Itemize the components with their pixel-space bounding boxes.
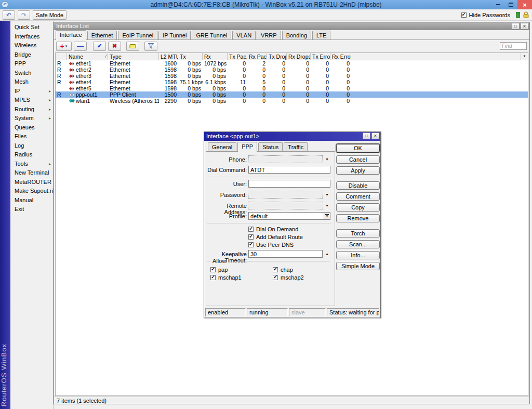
- tab-bonding[interactable]: Bonding: [282, 31, 311, 39]
- tab-eoip-tunnel[interactable]: EoIP Tunnel: [118, 31, 157, 39]
- column-header-tx-errors[interactable]: Tx Errors: [311, 53, 330, 60]
- maximize-button[interactable]: [504, 0, 517, 9]
- allow-mschap2[interactable]: mschap2: [273, 274, 304, 281]
- scan-button[interactable]: Scan...: [336, 240, 380, 248]
- remote-address-dropdown-icon[interactable]: ▼: [325, 204, 329, 207]
- mschap2-checkbox[interactable]: [273, 275, 278, 280]
- interface-list-close-button[interactable]: ×: [521, 23, 528, 30]
- user-input[interactable]: [248, 180, 330, 188]
- tab-ethernet[interactable]: Ethernet: [87, 31, 117, 39]
- disable-button[interactable]: Disable: [336, 181, 380, 190]
- disable-button[interactable]: ✖: [108, 42, 121, 51]
- table-row-ppp-out1[interactable]: Rppp-out1PPP Client15000 bps0 bps000000: [56, 91, 528, 98]
- column-header-rx-errors[interactable]: Rx Errors: [330, 53, 351, 60]
- table-row-ether3[interactable]: Rether3Ethernet15980 bps0 bps000000: [56, 73, 528, 79]
- dialog-titlebar[interactable]: Interface <ppp-out1> □ ×: [204, 132, 380, 141]
- table-row-ether4[interactable]: Rether4Ethernet159875.1 kbps6.1 kbps1150…: [56, 79, 528, 85]
- add-default-route-checkbox[interactable]: [248, 234, 254, 240]
- sidebar-item-routing[interactable]: Routing▸: [10, 105, 53, 114]
- interface-list-maximize-button[interactable]: □: [512, 23, 520, 30]
- undo-button[interactable]: ↶: [3, 10, 15, 20]
- sidebar-item-new-terminal[interactable]: New Terminal: [10, 168, 53, 178]
- enable-button[interactable]: ✔: [93, 42, 106, 51]
- close-button[interactable]: ×: [517, 0, 532, 9]
- keepalive-up-icon[interactable]: ▲: [325, 252, 329, 256]
- filter-button[interactable]: [144, 42, 157, 51]
- mschap1-checkbox[interactable]: [210, 275, 216, 280]
- column-header-name[interactable]: Name∕: [67, 53, 108, 60]
- column-header-type[interactable]: Type: [108, 53, 159, 60]
- profile-select[interactable]: [248, 212, 330, 220]
- keepalive-timeout-input[interactable]: [248, 250, 323, 258]
- tab-gre-tunnel[interactable]: GRE Tunnel: [192, 31, 231, 39]
- sidebar-item-wireless[interactable]: Wireless: [10, 41, 53, 50]
- sidebar-item-switch[interactable]: Switch: [10, 69, 53, 78]
- table-row-ether5[interactable]: ether5Ethernet15980 bps0 bps000000: [56, 85, 528, 91]
- dialog-tab-status[interactable]: Status: [258, 142, 283, 151]
- tab-vrrp[interactable]: VRRP: [257, 31, 281, 39]
- sidebar-item-manual[interactable]: Manual: [10, 196, 53, 205]
- ok-button[interactable]: OK: [336, 144, 380, 152]
- column-header-flags[interactable]: [56, 53, 67, 60]
- sidebar-item-queues[interactable]: Queues: [10, 123, 53, 133]
- tab-ip-tunnel[interactable]: IP Tunnel: [158, 31, 191, 39]
- table-row-ether1[interactable]: Rether1Ethernet16000 bps1072 bps020000: [56, 60, 528, 67]
- option-dial-on-demand[interactable]: Dial On Demand: [248, 226, 298, 232]
- sidebar-item-bridge[interactable]: Bridge: [10, 50, 53, 60]
- option-use-peer-dns[interactable]: Use Peer DNS: [248, 242, 294, 248]
- option-add-default-route[interactable]: Add Default Route: [248, 234, 303, 240]
- sidebar-item-interfaces[interactable]: Interfaces: [10, 32, 53, 42]
- column-header-tx-pac[interactable]: Tx Pac...: [228, 53, 247, 60]
- column-header-rx-pac[interactable]: Rx Pac...: [247, 53, 267, 60]
- column-menu-button[interactable]: ▼: [521, 53, 528, 60]
- phone-dropdown-icon[interactable]: ▼: [325, 157, 329, 161]
- sidebar-item-make-supout-rif[interactable]: Make Supout.rif: [10, 187, 53, 196]
- password-dropdown-icon[interactable]: ▼: [325, 193, 329, 196]
- minimize-button[interactable]: [491, 0, 504, 9]
- dialog-maximize-button[interactable]: □: [363, 133, 370, 139]
- cancel-button[interactable]: Cancel: [336, 155, 380, 164]
- hide-passwords-checkbox[interactable]: [461, 12, 467, 18]
- column-header-tx-drops[interactable]: Tx Drops: [267, 53, 287, 60]
- tab-vlan[interactable]: VLAN: [232, 31, 256, 39]
- password-input[interactable]: [248, 191, 323, 199]
- comment-button[interactable]: [126, 42, 139, 51]
- info-button[interactable]: Info...: [336, 251, 380, 259]
- find-input[interactable]: [500, 42, 527, 50]
- column-header-l2-mtu[interactable]: L2 MTU: [159, 53, 178, 60]
- remove-button[interactable]: —: [74, 42, 87, 51]
- column-header-rx[interactable]: Rx: [203, 53, 228, 60]
- dial-command-input[interactable]: [248, 166, 330, 174]
- sidebar-item-mpls[interactable]: MPLS▸: [10, 96, 53, 105]
- remote-address-input[interactable]: [248, 202, 323, 209]
- simple-mode-button[interactable]: Simple Mode: [336, 262, 380, 270]
- apply-button[interactable]: Apply: [336, 166, 380, 175]
- tab-lte[interactable]: LTE: [312, 31, 330, 39]
- column-header-tx[interactable]: Tx: [178, 53, 203, 60]
- sidebar-item-ip[interactable]: IP▸: [10, 87, 53, 96]
- sidebar-item-system[interactable]: System▸: [10, 114, 53, 123]
- sidebar-item-files[interactable]: Files: [10, 132, 53, 141]
- remove-button[interactable]: Remove: [336, 214, 380, 222]
- sidebar-item-mesh[interactable]: Mesh: [10, 77, 53, 87]
- pap-checkbox[interactable]: [210, 267, 216, 272]
- dialog-tab-traffic[interactable]: Traffic: [284, 142, 308, 151]
- sidebar-item-metarouter[interactable]: MetaROUTER: [10, 178, 53, 187]
- table-row-ether2[interactable]: Rether2Ethernet15980 bps0 bps000000: [56, 67, 528, 73]
- comment-button[interactable]: Comment: [336, 192, 380, 201]
- interface-list-titlebar[interactable]: Interface List □ ×: [54, 22, 529, 30]
- column-header-rx-drops[interactable]: Rx Drops: [287, 53, 311, 60]
- sidebar-item-quick-set[interactable]: Quick Set: [10, 23, 53, 32]
- dialog-close-button[interactable]: ×: [371, 133, 379, 139]
- sidebar-item-exit[interactable]: Exit: [10, 205, 53, 214]
- sidebar-item-tools[interactable]: Tools▸: [10, 160, 53, 169]
- use-peer-dns-checkbox[interactable]: [248, 242, 254, 247]
- add-button[interactable]: +▼: [56, 42, 72, 51]
- dialog-tab-general[interactable]: General: [208, 142, 236, 151]
- torch-button[interactable]: Torch: [336, 229, 380, 238]
- safe-mode-button[interactable]: Safe Mode: [33, 10, 66, 20]
- allow-chap[interactable]: chap: [273, 267, 293, 273]
- sidebar-item-radius[interactable]: Radius: [10, 150, 53, 160]
- phone-input[interactable]: [248, 155, 323, 163]
- sidebar-item-ppp[interactable]: PPP: [10, 59, 53, 69]
